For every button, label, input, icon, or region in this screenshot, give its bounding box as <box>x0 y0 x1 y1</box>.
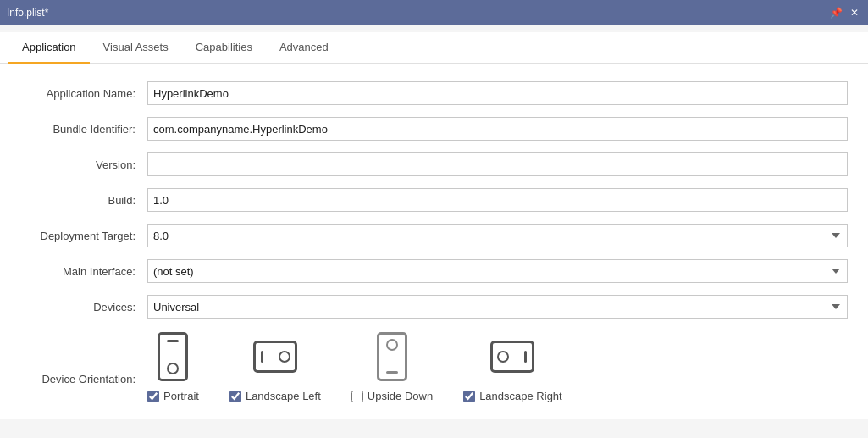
main-interface-select[interactable]: (not set) <box>147 259 848 283</box>
portrait-label: Portrait <box>163 390 199 402</box>
close-button[interactable]: ✕ <box>848 6 861 19</box>
main-interface-row: Main Interface: (not set) <box>20 259 848 283</box>
bundle-id-label: Bundle Identifier: <box>20 123 147 136</box>
tab-visual-assets[interactable]: Visual Assets <box>90 32 182 64</box>
orientation-items: Portrait Landscape Left <box>147 330 562 402</box>
orientation-landscape-right: Landscape Right <box>463 330 562 402</box>
landscape-left-check-row: Landscape Left <box>229 390 321 402</box>
orientation-landscape-left: Landscape Left <box>229 330 321 402</box>
device-orientation-label: Device Orientation: <box>20 330 147 385</box>
landscape-right-checkbox[interactable] <box>463 391 475 402</box>
portrait-icon <box>151 330 195 383</box>
portrait-checkbox[interactable] <box>147 391 159 402</box>
version-label: Version: <box>20 158 147 171</box>
devices-select[interactable]: Universal iPhone iPad <box>147 295 848 319</box>
orientation-upside-down: Upside Down <box>351 330 433 402</box>
app-name-row: Application Name: <box>20 81 848 105</box>
landscape-right-label: Landscape Right <box>479 390 562 402</box>
title-bar: Info.plist* 📌 ✕ <box>0 0 868 25</box>
upside-down-phone-icon <box>377 332 407 381</box>
devices-label: Devices: <box>20 301 147 313</box>
tab-advanced[interactable]: Advanced <box>266 32 342 64</box>
version-row: Version: <box>20 152 848 176</box>
upside-down-check-row: Upside Down <box>351 390 433 402</box>
main-interface-label: Main Interface: <box>20 265 147 278</box>
build-label: Build: <box>20 194 147 207</box>
landscape-left-phone-icon <box>253 341 297 373</box>
landscape-left-icon <box>253 330 297 383</box>
portrait-phone-icon <box>158 332 188 381</box>
bundle-id-input[interactable] <box>147 117 848 141</box>
file-title: Info.plist* <box>7 7 824 19</box>
tab-application[interactable]: Application <box>8 32 90 64</box>
device-orientation-row: Device Orientation: Portrait La <box>20 330 848 402</box>
pin-button[interactable]: 📌 <box>829 6 843 19</box>
bundle-id-row: Bundle Identifier: <box>20 117 848 141</box>
landscape-left-label: Landscape Left <box>246 390 321 402</box>
deployment-label: Deployment Target: <box>20 230 147 242</box>
portrait-check-row: Portrait <box>147 390 199 402</box>
content-area: Application Name: Bundle Identifier: Ver… <box>0 64 868 419</box>
build-input[interactable] <box>147 188 848 212</box>
landscape-right-phone-icon <box>490 341 534 373</box>
deployment-select[interactable]: 8.0 7.0 6.0 <box>147 224 848 247</box>
tab-capabilities[interactable]: Capabilities <box>182 32 266 64</box>
devices-row: Devices: Universal iPhone iPad <box>20 295 848 319</box>
tab-bar: Application Visual Assets Capabilities A… <box>0 32 868 64</box>
deployment-row: Deployment Target: 8.0 7.0 6.0 <box>20 224 848 247</box>
landscape-left-checkbox[interactable] <box>229 391 241 402</box>
build-row: Build: <box>20 188 848 212</box>
app-name-input[interactable] <box>147 81 848 105</box>
upside-down-label: Upside Down <box>368 390 433 402</box>
upside-down-checkbox[interactable] <box>351 391 363 402</box>
app-name-label: Application Name: <box>20 87 147 100</box>
landscape-right-check-row: Landscape Right <box>463 390 562 402</box>
version-input[interactable] <box>147 152 848 176</box>
landscape-right-icon <box>490 330 534 383</box>
upside-down-icon <box>370 330 414 383</box>
orientation-portrait: Portrait <box>147 330 199 402</box>
